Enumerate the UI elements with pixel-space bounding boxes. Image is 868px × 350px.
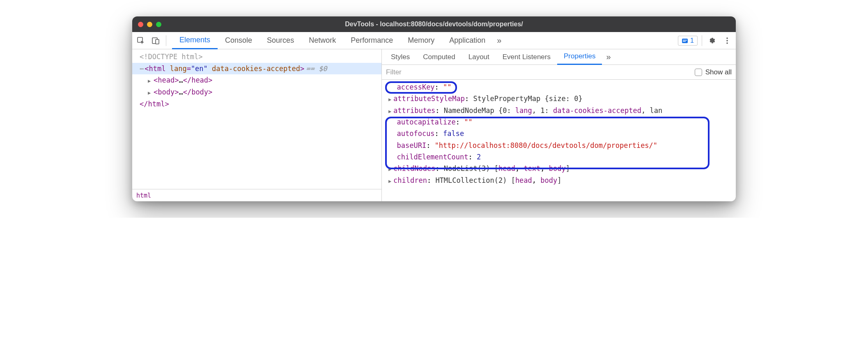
divider: [702, 35, 702, 46]
traffic-lights: [132, 22, 161, 27]
tab-sources[interactable]: Sources: [259, 32, 301, 49]
prop-attributestylemap[interactable]: ▶attributeStyleMap: StylePropertyMap {si…: [384, 93, 736, 104]
dom-head[interactable]: ▶<head>…</head>: [132, 74, 381, 86]
kebab-menu-icon[interactable]: [721, 35, 733, 47]
breadcrumb[interactable]: html: [132, 189, 381, 201]
prop-autocapitalize[interactable]: autocapitalize: "": [384, 116, 736, 128]
more-tabs-icon[interactable]: »: [493, 36, 505, 45]
divider: [166, 35, 166, 46]
tab-console[interactable]: Console: [218, 32, 259, 49]
main-toolbar: Elements Console Sources Network Perform…: [132, 32, 736, 49]
issues-badge[interactable]: 1: [678, 36, 698, 46]
inspect-icon[interactable]: [135, 35, 147, 47]
tab-performance[interactable]: Performance: [343, 32, 400, 49]
maximize-window-button[interactable]: [156, 22, 161, 27]
tab-elements[interactable]: Elements: [172, 32, 218, 49]
minimize-window-button[interactable]: [147, 22, 152, 27]
dom-doctype[interactable]: <!DOCTYPE html>: [132, 51, 381, 63]
show-all-checkbox[interactable]: [695, 69, 702, 76]
close-window-button[interactable]: [138, 22, 143, 27]
subtab-styles[interactable]: Styles: [384, 49, 416, 65]
dom-html-close[interactable]: </html>: [132, 98, 381, 110]
show-all-label: Show all: [705, 68, 732, 76]
content: <!DOCTYPE html> ⋯<html lang="en" data-co…: [132, 49, 736, 201]
prop-baseuri[interactable]: baseURI: "http://localhost:8080/docs/dev…: [384, 140, 736, 151]
subtab-computed[interactable]: Computed: [416, 49, 462, 65]
filter-input[interactable]: [386, 68, 695, 76]
sub-tabs: Styles Computed Layout Event Listeners P…: [382, 49, 736, 65]
svg-rect-4: [683, 40, 687, 41]
device-toolbar-icon[interactable]: [149, 35, 162, 47]
dom-html-open[interactable]: ⋯<html lang="en" data-cookies-accepted>=…: [132, 63, 381, 75]
elements-pane: <!DOCTYPE html> ⋯<html lang="en" data-co…: [132, 49, 382, 201]
titlebar: DevTools - localhost:8080/docs/devtools/…: [132, 16, 736, 32]
settings-icon[interactable]: [706, 35, 719, 47]
issues-icon: [682, 37, 688, 44]
dom-body[interactable]: ▶<body>…</body>: [132, 86, 381, 98]
prop-autofocus[interactable]: autofocus: false: [384, 128, 736, 139]
prop-childelementcount[interactable]: childElementCount: 2: [384, 151, 736, 163]
subtab-event-listeners[interactable]: Event Listeners: [496, 49, 557, 65]
svg-rect-5: [683, 41, 686, 42]
tab-memory[interactable]: Memory: [400, 32, 442, 49]
filter-row: Show all: [382, 65, 736, 80]
svg-rect-2: [156, 39, 159, 44]
svg-point-6: [726, 37, 728, 39]
prop-attributes[interactable]: ▶attributes: NamedNodeMap {0: lang, 1: d…: [384, 105, 736, 116]
issues-count: 1: [690, 37, 694, 44]
properties-list[interactable]: accessKey: "" ▶attributeStyleMap: StyleP…: [382, 80, 736, 201]
dom-tree[interactable]: <!DOCTYPE html> ⋯<html lang="en" data-co…: [132, 49, 381, 189]
tab-application[interactable]: Application: [442, 32, 493, 49]
show-all-toggle[interactable]: Show all: [695, 68, 732, 76]
tab-network[interactable]: Network: [301, 32, 343, 49]
subtab-properties[interactable]: Properties: [557, 49, 602, 65]
prop-accesskey[interactable]: accessKey: "": [384, 81, 736, 93]
svg-rect-3: [682, 39, 688, 43]
window-title: DevTools - localhost:8080/docs/devtools/…: [132, 21, 736, 28]
svg-point-8: [726, 42, 728, 44]
sidebar-pane: Styles Computed Layout Event Listeners P…: [382, 49, 736, 201]
main-tabs: Elements Console Sources Network Perform…: [172, 32, 505, 49]
prop-children[interactable]: ▶children: HTMLCollection(2) [head, body…: [384, 175, 736, 186]
subtab-layout[interactable]: Layout: [462, 49, 496, 65]
devtools-window: DevTools - localhost:8080/docs/devtools/…: [132, 16, 736, 201]
more-subtabs-icon[interactable]: »: [602, 52, 615, 62]
svg-point-7: [726, 40, 728, 41]
prop-childnodes[interactable]: ▶childNodes: NodeList(3) [head, text, bo…: [384, 163, 736, 174]
